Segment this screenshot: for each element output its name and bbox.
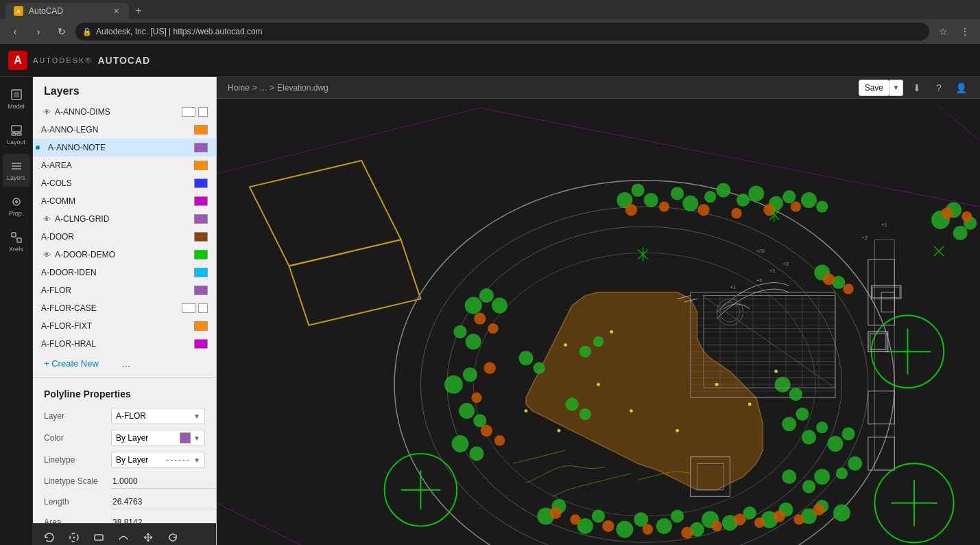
svg-rect-10	[12, 233, 16, 237]
layer-item-clng-grid[interactable]: 👁 A-CLNG-GRID	[33, 210, 216, 228]
menu-button[interactable]: ⋮	[955, 22, 975, 41]
svg-point-163	[961, 211, 972, 222]
sidebar-item-model[interactable]: Model	[3, 82, 30, 115]
svg-point-144	[488, 323, 498, 334]
bookmark-button[interactable]: ☆	[933, 22, 953, 41]
eye-icon-door-demo: 👁	[41, 249, 52, 260]
app-sidebar: Model Layout Layers	[0, 77, 33, 545]
svg-point-171	[630, 409, 633, 413]
active-tab[interactable]: A AutoCAD ✕	[5, 3, 129, 19]
more-options-button[interactable]: ...	[115, 357, 137, 371]
topbar-actions: Save ▼ ⬇ ? 👤	[859, 80, 969, 96]
area-input[interactable]	[111, 515, 216, 523]
area-label: Area	[44, 518, 106, 523]
breadcrumb-ellipsis[interactable]: ...	[260, 83, 267, 93]
left-panel: Layers 👁 A-ANNO-DIMS A-ANNO-LEGN A-ANNO-…	[33, 77, 217, 545]
layer-checkbox-flor-case[interactable]	[198, 303, 208, 313]
svg-rect-3	[12, 133, 16, 135]
layer-item-comm[interactable]: A-COMM	[33, 192, 216, 210]
new-tab-button[interactable]: +	[129, 3, 148, 19]
help-button[interactable]: ?	[931, 80, 947, 96]
rotate-tool-button[interactable]	[162, 526, 184, 545]
layer-item-door-demo[interactable]: 👁 A-DOOR-DEMO	[33, 246, 216, 264]
cad-drawing-canvas[interactable]: +1 +2 +1 +3 +2 +1 4.50	[217, 99, 980, 545]
create-new-button[interactable]: + Create New	[33, 353, 110, 374]
svg-point-129	[816, 421, 828, 433]
svg-point-83	[816, 200, 828, 212]
layer-item-door[interactable]: A-DOOR	[33, 228, 216, 246]
product-name-label: AUTOCAD	[97, 55, 150, 66]
prop-row-length: Length	[44, 494, 205, 509]
svg-point-162	[941, 207, 953, 219]
svg-point-142	[791, 201, 801, 211]
breadcrumb-home[interactable]: Home	[228, 83, 250, 93]
svg-point-78	[737, 194, 750, 207]
linetype-scale-input[interactable]	[111, 474, 216, 489]
svg-point-128	[802, 430, 816, 444]
bottom-toolbar	[33, 523, 216, 545]
svg-point-154	[712, 521, 722, 531]
download-button[interactable]: ⬇	[909, 80, 925, 96]
props-icon	[10, 195, 23, 209]
svg-rect-1	[14, 92, 19, 97]
tab-close-button[interactable]: ✕	[111, 6, 121, 16]
svg-text:4.50: 4.50	[756, 248, 765, 253]
linetype-select-value: By Layer	[116, 455, 148, 465]
svg-point-87	[453, 325, 466, 338]
panel-divider	[33, 377, 216, 378]
svg-text:+1: +1	[881, 222, 887, 228]
linetype-label: Linetype	[44, 455, 106, 465]
undo-tool-button[interactable]	[38, 526, 60, 545]
back-button[interactable]: ‹	[5, 22, 25, 41]
rectangle-tool-button[interactable]	[88, 526, 110, 545]
layer-item-anno-legn[interactable]: A-ANNO-LEGN	[33, 121, 216, 139]
layer-select[interactable]: A-FLOR ▼	[111, 408, 205, 424]
layer-item-anno-dims[interactable]: 👁 A-ANNO-DIMS	[33, 103, 216, 121]
arc-tool-button[interactable]	[63, 526, 85, 545]
layer-item-flor-hral[interactable]: A-FLOR-HRAL	[33, 335, 216, 353]
sidebar-item-layers[interactable]: Layers	[3, 154, 30, 187]
save-dropdown-button[interactable]: ▼	[889, 80, 903, 96]
svg-point-155	[734, 513, 745, 525]
svg-point-132	[848, 456, 862, 471]
app-container: Model Layout Layers	[0, 77, 980, 545]
forward-button[interactable]: ›	[29, 22, 48, 41]
svg-text:+3: +3	[782, 261, 789, 267]
svg-point-73	[644, 193, 658, 207]
layer-checkbox-anno-dims[interactable]	[198, 107, 208, 117]
curve-tool-button[interactable]	[112, 526, 134, 545]
layer-item-cols[interactable]: A-COLS	[33, 174, 216, 192]
layer-item-area[interactable]: A-AREA	[33, 156, 216, 174]
sidebar-item-layout[interactable]: Layout	[3, 118, 30, 151]
svg-point-173	[715, 383, 719, 386]
save-button[interactable]: Save	[859, 80, 889, 96]
layer-item-flor[interactable]: A-FLOR	[33, 281, 216, 299]
sidebar-item-props[interactable]: Prop.	[3, 189, 30, 222]
sidebar-item-xrefs[interactable]: Xrefs	[3, 225, 30, 258]
xrefs-icon	[10, 231, 23, 244]
layer-item-flor-case[interactable]: A-FLOR-CASE	[33, 299, 216, 317]
user-button[interactable]: 👤	[953, 80, 969, 96]
move-tool-button[interactable]	[137, 526, 159, 545]
linetype-select[interactable]: By Layer ------ ▼	[111, 452, 205, 468]
layout-icon	[10, 124, 23, 137]
svg-point-119	[593, 336, 603, 347]
layer-item-door-iden[interactable]: A-DOOR-IDEN	[33, 264, 216, 281]
color-select-value: By Layer	[116, 433, 148, 443]
refresh-button[interactable]: ↻	[52, 22, 71, 41]
layers-section: Layers 👁 A-ANNO-DIMS A-ANNO-LEGN A-ANNO-…	[33, 77, 216, 374]
tab-title: AutoCAD	[29, 6, 63, 16]
svg-point-151	[602, 520, 614, 532]
color-select[interactable]: By Layer ▼	[111, 430, 205, 446]
svg-point-131	[842, 428, 855, 441]
svg-text:+1: +1	[730, 284, 736, 290]
svg-point-84	[465, 297, 482, 314]
address-bar[interactable]: 🔒 Autodesk, Inc. [US] | https://web.auto…	[75, 23, 929, 40]
layer-color-cols	[194, 178, 208, 188]
length-input[interactable]	[111, 494, 216, 509]
layer-item-flor-fixt[interactable]: A-FLOR-FIXT	[33, 317, 216, 335]
layer-color-anno-dims	[182, 107, 195, 117]
layer-item-anno-note[interactable]: A-ANNO-NOTE	[33, 139, 216, 156]
layer-color-clng-grid	[194, 214, 208, 224]
length-label: Length	[44, 497, 106, 507]
